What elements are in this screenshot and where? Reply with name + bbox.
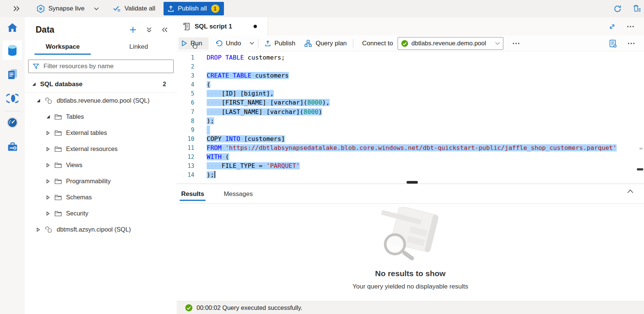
expand-editor-icon[interactable]	[608, 22, 616, 31]
collapse-node-icon[interactable]	[46, 115, 50, 119]
tree-item-label: Programmability	[66, 178, 111, 185]
discard-all-icon[interactable]	[632, 0, 642, 17]
code-line[interactable]: 12WITH·(	[177, 153, 644, 161]
editor-more-actions-icon[interactable]	[627, 42, 636, 45]
overview-ruler-mark	[639, 148, 642, 150]
tree-item-count: 2	[163, 81, 166, 88]
publish-icon	[264, 40, 271, 47]
splitter-handle[interactable]	[407, 181, 418, 184]
tab-linked[interactable]: Linked	[101, 39, 177, 55]
tree-item[interactable]: Schemas	[25, 189, 177, 205]
tree-item[interactable]: External resources	[25, 141, 177, 157]
tab-more-actions-icon[interactable]	[626, 25, 635, 28]
code-line[interactable]: 6····[FIRST_NAME]·[varchar](8000),	[177, 98, 644, 107]
folder-icon	[54, 178, 62, 184]
query-plan-button[interactable]: Query plan	[301, 37, 350, 49]
code-line-text: WITH·(	[194, 153, 229, 161]
tree-item-label: External tables	[66, 129, 107, 136]
expand-node-icon[interactable]	[46, 211, 50, 216]
tab-results[interactable]: Results	[180, 184, 206, 203]
connect-to-label: Connect to	[362, 40, 393, 47]
tree-item[interactable]: Tables	[25, 109, 177, 125]
tree-item[interactable]: Views	[25, 157, 177, 173]
code-line[interactable]: 8);	[177, 117, 644, 126]
validate-all-button[interactable]: Validate all	[113, 0, 155, 17]
code-line[interactable]: 13····FILE_TYPE·=·'PARQUET'	[177, 161, 644, 170]
collapse-panel-icon[interactable]	[161, 26, 168, 33]
code-line[interactable]: 10COPY·INTO·[customers]	[177, 135, 644, 144]
expand-node-icon[interactable]	[46, 163, 50, 167]
line-number: 4	[177, 80, 194, 89]
collapse-node-icon[interactable]	[36, 99, 41, 103]
expand-node-icon[interactable]	[46, 179, 50, 184]
add-resource-icon[interactable]	[129, 25, 137, 34]
panel-title: Data	[36, 25, 54, 35]
folder-icon	[54, 194, 62, 200]
connection-dropdown[interactable]: dbtlabs.revenue.demo.pool	[398, 37, 503, 50]
double-chevron-down-icon[interactable]	[146, 26, 153, 33]
manage-icon[interactable]	[3, 137, 22, 156]
tree-item-label: dbtmsft.azsyn.cipool (SQL)	[57, 226, 131, 233]
editor-scrollbar[interactable]	[637, 168, 643, 170]
monitor-icon[interactable]	[3, 113, 22, 132]
code-line[interactable]: 4(	[177, 80, 644, 89]
publish-all-button[interactable]: Publish all 1	[164, 2, 224, 15]
tree-item[interactable]: External tables	[25, 125, 177, 141]
toolbar-divider	[353, 39, 353, 48]
code-line[interactable]: 14);	[177, 170, 644, 179]
mode-chevron-down-icon[interactable]	[93, 0, 100, 17]
tab-messages[interactable]: Messages	[222, 184, 254, 203]
undo-icon	[215, 40, 222, 46]
properties-icon[interactable]	[608, 39, 618, 49]
code-line[interactable]: 9	[177, 126, 644, 135]
code-line-text: ····FILE_TYPE·=·'PARQUET'	[194, 161, 300, 170]
code-editor[interactable]: 1DROP TABLE customers;23CREATE·TABLE·cus…	[177, 51, 644, 183]
refresh-icon[interactable]	[612, 0, 623, 17]
tab-sql-script[interactable]: SQL script 1	[177, 17, 268, 36]
line-number: 5	[177, 89, 194, 98]
tree-item-label: SQL database	[40, 81, 83, 88]
code-line-text	[194, 62, 207, 71]
publish-button[interactable]: Publish	[261, 37, 299, 49]
tree-item[interactable]: Programmability	[25, 173, 177, 189]
tab-workspace[interactable]: Workspace	[25, 39, 101, 55]
validate-icon	[113, 5, 121, 12]
integrate-icon[interactable]	[3, 88, 22, 108]
undo-button[interactable]: Undo	[212, 37, 244, 49]
tree-item-label: External resources	[66, 145, 118, 153]
mode-switcher[interactable]: Synapse live	[36, 0, 84, 17]
filter-input[interactable]	[43, 62, 173, 70]
code-line[interactable]: 3CREATE·TABLE·customers	[177, 71, 644, 80]
tree-item-label: dbtlabs.revenue.demo.pool (SQL)	[57, 97, 150, 104]
query-status-text: 00:00:02 Query executed successfully.	[197, 304, 302, 311]
publish-upload-icon	[167, 5, 174, 12]
tree-item[interactable]: dbtlabs.revenue.demo.pool (SQL)	[25, 93, 177, 109]
tree-item[interactable]: dbtmsft.azsyn.cipool (SQL)	[25, 221, 177, 238]
data-icon[interactable]	[3, 40, 22, 60]
expand-node-icon[interactable]	[46, 147, 50, 151]
expand-node-icon[interactable]	[46, 131, 50, 135]
connect-more-icon[interactable]	[512, 42, 521, 45]
code-line-text	[194, 126, 210, 135]
empty-results-title: No results to show	[375, 269, 446, 278]
data-panel: Data Workspace Linked SQL da	[25, 17, 177, 314]
run-button[interactable]: Run	[179, 37, 209, 49]
collapse-node-icon[interactable]	[32, 82, 36, 86]
code-line[interactable]: 5····[ID]·[bigint],	[177, 89, 644, 98]
expand-node-icon[interactable]	[36, 227, 41, 232]
home-icon[interactable]	[3, 18, 22, 37]
code-line[interactable]: 7····[LAST_NAME]·[varchar](8000)	[177, 108, 644, 117]
resource-tree: SQL database2dbtlabs.revenue.demo.pool (…	[25, 76, 177, 238]
tree-item[interactable]: Security	[25, 205, 177, 221]
expand-node-icon[interactable]	[46, 195, 50, 200]
code-line[interactable]: 11FROM·'https://dbtlabsynapsedatalake.bl…	[177, 144, 644, 153]
expand-panel-icon[interactable]	[12, 0, 21, 17]
tree-item[interactable]: SQL database2	[25, 76, 177, 93]
run-options-chevron-icon[interactable]	[249, 41, 255, 46]
collapse-results-icon[interactable]	[625, 189, 636, 194]
code-line[interactable]: 1DROP TABLE customers;	[177, 53, 644, 62]
code-line[interactable]: 2	[177, 62, 644, 71]
empty-results-subtitle: Your query yielded no displayable result…	[353, 283, 468, 290]
develop-icon[interactable]	[3, 64, 22, 84]
line-number: 13	[177, 161, 194, 170]
